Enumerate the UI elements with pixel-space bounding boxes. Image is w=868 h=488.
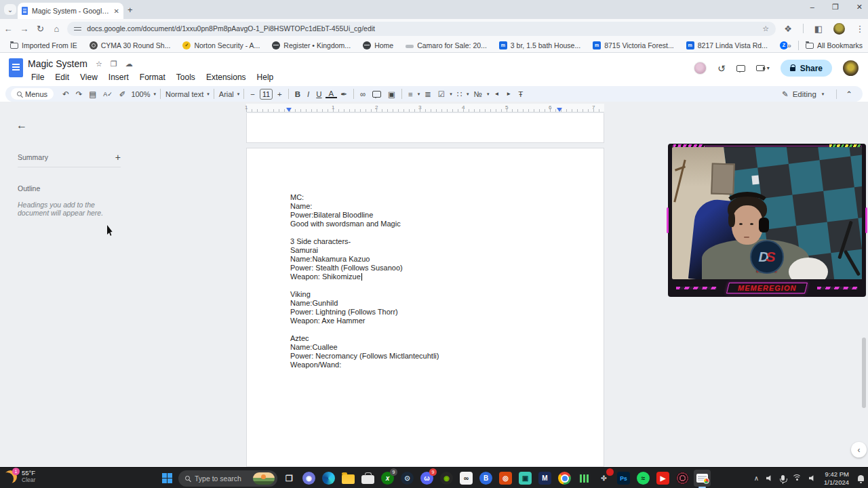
document-line[interactable]: Good with swordsman and Magic [290,220,439,228]
document-line[interactable]: Name:Cuallee [290,343,439,352]
browser-profile-avatar[interactable] [833,23,845,35]
collaborator-avatar[interactable] [694,62,707,75]
search-highlight-image[interactable] [253,472,275,485]
file-explorer[interactable] [340,470,357,487]
document-line[interactable]: Name:Gunhild [290,299,439,308]
increase-indent-button[interactable]: ► [502,91,515,97]
version-history-icon[interactable]: ↺ [717,63,726,74]
add-comment-button[interactable] [372,91,381,98]
menu-item[interactable]: File [26,70,50,84]
youtube[interactable]: ▶ [654,470,671,487]
menu-item[interactable]: Format [134,70,171,84]
bookmark-item[interactable]: Register • Kingdom... [267,40,355,51]
taskbar-search[interactable] [178,470,277,487]
font-family-select[interactable]: Arial [217,90,236,98]
window-minimize-button[interactable]: – [810,3,814,12]
comments-icon[interactable] [736,65,745,72]
text-color-button[interactable]: A [326,90,338,98]
blue-app[interactable]: B [477,470,494,487]
notifications-bell-icon[interactable] [858,475,864,481]
print-button[interactable]: ▤ [85,89,100,99]
line-spacing-button[interactable]: ≣ [421,89,435,99]
weather-widget[interactable]: 1 55°F Clear [4,470,35,484]
insert-link-button[interactable]: ∞ [357,90,369,98]
close-outline-button[interactable]: ← [16,119,27,131]
font-size-input[interactable]: 11 [260,89,273,100]
previous-page-bottom[interactable] [246,113,604,143]
highlight-color-button[interactable]: ✒ [337,89,351,99]
menu-item[interactable]: Help [252,70,279,84]
all-bookmarks-button[interactable]: All Bookmarks [806,41,863,49]
capture-app[interactable]: ▣ [517,470,534,487]
zoom-select[interactable]: 100% [129,90,152,98]
google-docs-logo-icon[interactable] [9,58,23,77]
fan-control[interactable]: ✣ [595,470,612,487]
left-indent-marker[interactable] [286,108,292,112]
discord[interactable]: ω 9 [418,470,435,487]
store[interactable] [359,470,376,487]
decrease-font-size-button[interactable]: − [247,90,258,98]
chat[interactable]: ◉ [300,470,317,487]
nvidia[interactable]: ◉ [438,470,455,487]
photoshop[interactable]: Ps [615,470,632,487]
show-side-panel-button[interactable]: ‹ [851,442,867,458]
document-line[interactable]: Weapon: Axe Hammer [290,317,439,325]
rocket-league[interactable]: ◎ [497,470,514,487]
paragraph-style-select[interactable]: Normal text [163,90,205,98]
wifi-icon[interactable] [792,474,802,482]
new-tab-button[interactable]: + [127,5,133,15]
browser-tab[interactable]: Magic System - Google Docs ✕ [18,3,123,19]
menu-item[interactable]: Edit [50,70,75,84]
bookmark-item[interactable]: 8715 Victoria Forest... [588,40,679,51]
menu-item[interactable]: Tools [171,70,201,84]
document-line[interactable] [290,228,439,237]
medal[interactable]: M [536,470,553,487]
start-button[interactable] [159,470,175,487]
taskbar-clock[interactable]: 9:42 PM 1/1/2024 [824,470,849,487]
search-input[interactable] [195,474,248,483]
document-line[interactable] [290,281,439,290]
add-summary-button[interactable]: + [115,152,121,163]
document-line[interactable]: Viking [290,290,439,299]
chrome-window[interactable] [694,470,711,487]
document-line[interactable]: Name:Nakamura Kazuo [290,255,439,264]
star-document-icon[interactable]: ☆ [96,60,102,68]
menu-item[interactable]: Insert [103,70,134,84]
forward-button[interactable]: → [16,24,33,34]
chrome[interactable] [556,470,573,487]
spellcheck-button[interactable]: A✓ [100,91,116,98]
back-button[interactable]: ← [0,24,16,34]
increase-font-size-button[interactable]: + [274,90,285,98]
insert-image-button[interactable]: ▣ [384,89,399,99]
redo-button[interactable]: ↷ [73,89,86,99]
undo-button[interactable]: ↶ [59,89,73,99]
underline-button[interactable]: U [313,90,325,98]
window-restore-button[interactable]: ❐ [832,3,839,12]
task-view[interactable]: ❐ [281,470,298,487]
bookmark-item[interactable]: Camden Woodson... [775,40,787,51]
obs[interactable] [674,470,691,487]
paint-format-button[interactable]: ✐ [116,89,130,99]
reload-button[interactable]: ↻ [33,24,49,34]
document-line[interactable]: Samurai [290,246,439,255]
window-close-button[interactable]: ✕ [856,3,863,12]
site-settings-icon[interactable] [74,26,81,32]
browser-menu-icon[interactable]: ⋮ [852,24,868,34]
equalizer-app[interactable] [576,470,593,487]
move-document-icon[interactable]: ❐ [111,60,117,68]
tab-close-icon[interactable]: ✕ [114,7,119,15]
address-bar[interactable]: docs.google.com/document/d/1xxu0pn8Pm8pA… [67,22,776,36]
document-line[interactable]: MC: [290,193,439,202]
ruler[interactable]: 11234567 [0,104,868,113]
italic-button[interactable]: I [304,90,313,98]
steam[interactable]: ⊙ [399,470,416,487]
bookmark-star-icon[interactable]: ☆ [762,24,769,33]
spotify[interactable]: ≈ [635,470,652,487]
numbered-list-button[interactable]: № [471,90,486,98]
tab-search-button[interactable]: ⌄ [4,4,16,15]
document-line[interactable]: Name: [290,202,439,211]
bold-button[interactable]: B [292,90,304,98]
document-text[interactable]: MC:Name:Power:Bilateral BloodlineGood wi… [290,193,439,369]
bulleted-list-button[interactable]: ∷ [454,89,465,99]
document-line[interactable]: 3 Side characters- [290,237,439,246]
